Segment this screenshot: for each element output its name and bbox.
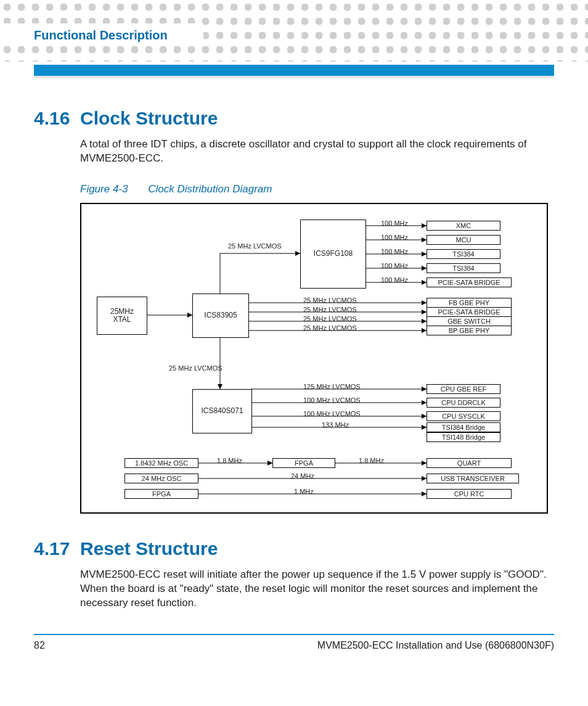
svg-marker-12 xyxy=(422,252,427,257)
svg-marker-16 xyxy=(422,280,427,285)
out-gbeswitch: GBE SWITCH xyxy=(427,316,512,326)
out-cpusysclk: CPU SYSCLK xyxy=(427,411,500,421)
block-ics83905: ICS83905 xyxy=(192,293,249,338)
lbl-r2f: 24 MHz xyxy=(291,472,314,480)
lbl-9fg-f5: 100 MHz xyxy=(381,276,408,284)
section-number-417: 4.17 xyxy=(34,538,80,559)
svg-marker-32 xyxy=(422,425,427,430)
svg-marker-10 xyxy=(422,237,427,242)
section-body-417: MVME2500-ECC reset will initiate after t… xyxy=(80,568,554,610)
svg-marker-30 xyxy=(422,414,427,419)
section-title-417: Reset Structure xyxy=(80,538,218,559)
header-rule xyxy=(34,65,554,78)
section-body: A total of three IDT chips, a discrete o… xyxy=(80,138,554,166)
block-ics840s071: ICS840S071 xyxy=(192,389,252,433)
out-pciesata: PCIE-SATA BRIDGE xyxy=(427,277,512,287)
block-xtal: 25MHz XTAL xyxy=(97,297,147,335)
section-title: Clock Structure xyxy=(80,108,218,129)
svg-marker-20 xyxy=(422,310,427,314)
doc-title: MVME2500-ECC Installation and Use (68068… xyxy=(317,640,554,651)
lbl-9fg-f3: 100 MHz xyxy=(381,248,408,255)
svg-marker-34 xyxy=(267,461,272,466)
section-reset-structure: 4.17 Reset Structure MVME2500-ECC reset … xyxy=(34,538,554,610)
out-tsi384br: TSI384 Bridge xyxy=(427,422,500,432)
block-ics9fg108: ICS9FG108 xyxy=(300,220,366,289)
lbl-lvcmos-down: 25 MHz LVCMOS xyxy=(169,364,223,372)
svg-marker-26 xyxy=(422,387,427,392)
out-usb: USB TRANSCEIVER xyxy=(427,474,519,483)
fpga-btm: FPGA xyxy=(125,489,198,499)
out-fbgbephy: FB GBE PHY xyxy=(427,298,512,308)
lbl-r1rf: 1.8 MHz xyxy=(359,457,384,464)
figure-title: Clock Distribution Diagram xyxy=(148,183,272,195)
osc-24: 24 MHz OSC xyxy=(125,474,198,483)
svg-marker-24 xyxy=(422,328,427,333)
section-clock-structure: 4.16 Clock Structure A total of three ID… xyxy=(34,108,554,514)
out-cpuref: CPU GBE REF xyxy=(427,384,500,394)
out-tsi384a: TSI384 xyxy=(427,249,500,259)
svg-marker-6 xyxy=(218,384,223,389)
lbl-839-f2: 25 MHz LVCMOS xyxy=(303,306,357,313)
out-tsi384b: TSI384 xyxy=(427,263,500,273)
lbl-839-f3: 25 MHz LVCMOS xyxy=(303,315,357,322)
svg-marker-38 xyxy=(422,476,427,481)
lbl-9fg-f1: 100 MHz xyxy=(381,220,408,227)
lbl-839-f4: 25 MHz LVCMOS xyxy=(303,324,357,332)
svg-marker-22 xyxy=(422,319,427,324)
lbl-r3f: 1 MHz xyxy=(294,488,314,495)
svg-marker-36 xyxy=(422,461,427,466)
svg-marker-14 xyxy=(422,266,427,271)
out-quart: QUART xyxy=(427,458,512,468)
out-pciesata2: PCIE-SATA BRIDGE xyxy=(427,307,512,317)
clock-distribution-diagram: 25MHz XTAL ICS83905 ICS9FG108 ICS840S071… xyxy=(80,203,548,514)
svg-marker-4 xyxy=(295,251,300,256)
lbl-840-f4: 133 MHz xyxy=(322,421,349,429)
fpga-mid: FPGA xyxy=(272,458,335,468)
lbl-lvcmos-up: 25 MHz LVCMOS xyxy=(228,242,282,250)
page-number: 82 xyxy=(34,640,45,651)
lbl-r1f: 1.8 MHz xyxy=(217,457,242,464)
out-bpgbephy: BP GBE PHY xyxy=(427,326,512,335)
section-number: 4.16 xyxy=(34,108,80,129)
figure-label: Figure 4-3 xyxy=(80,183,128,195)
out-cpuddrclk: CPU DDRCLK xyxy=(427,398,500,408)
osc-18432: 1.8432 MHz OSC xyxy=(125,458,198,468)
out-xmc: XMC xyxy=(427,221,500,231)
svg-marker-18 xyxy=(422,300,427,305)
svg-marker-40 xyxy=(422,491,427,496)
out-tsi148br: TSI148 Bridge xyxy=(427,432,500,442)
out-mcu: MCU xyxy=(427,235,500,245)
svg-marker-28 xyxy=(422,400,427,405)
lbl-9fg-f2: 100 MHz xyxy=(381,234,408,241)
lbl-840-f2: 100 MHz LVCMOS xyxy=(303,396,361,404)
lbl-839-f1: 25 MHz LVCMOS xyxy=(303,297,357,304)
lbl-840-f3: 100 MHz LVCMOS xyxy=(303,410,361,417)
out-cpurtc: CPU RTC xyxy=(427,489,512,499)
page-footer: 82 MVME2500-ECC Installation and Use (68… xyxy=(34,634,554,651)
chapter-title: Functional Description xyxy=(0,0,588,43)
svg-marker-8 xyxy=(422,223,427,228)
svg-marker-1 xyxy=(187,313,192,318)
lbl-840-f1: 125 MHz LVCMOS xyxy=(303,383,361,390)
lbl-9fg-f4: 100 MHz xyxy=(381,262,408,269)
figure-caption: Figure 4-3 Clock Distribution Diagram xyxy=(80,183,554,195)
